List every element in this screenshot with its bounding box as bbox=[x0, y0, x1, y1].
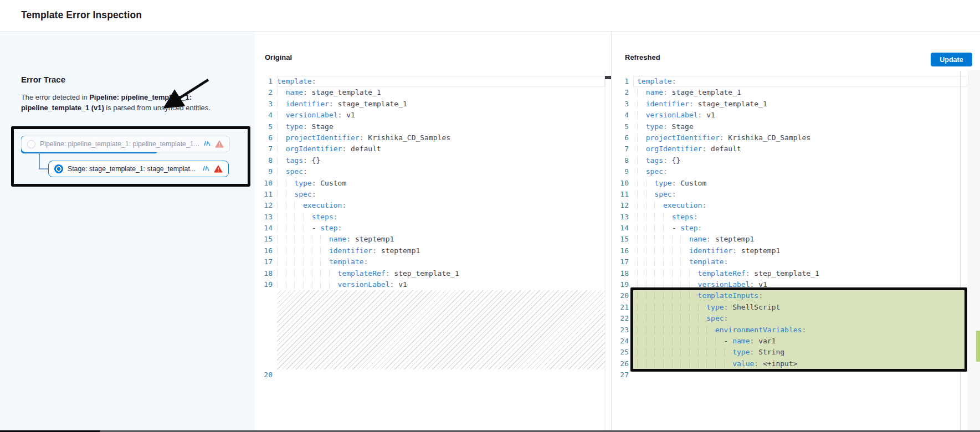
code-line: 20 bbox=[255, 369, 605, 380]
yaml-token: value bbox=[732, 359, 754, 368]
original-pane-title: Original bbox=[265, 53, 292, 61]
code-text[interactable]: name: stage_template_1 bbox=[277, 87, 605, 98]
code-text[interactable]: tags: {} bbox=[633, 155, 967, 166]
code-text[interactable]: projectIdentifier: Krishika_CD_Samples bbox=[633, 132, 967, 143]
yaml-token: versionLabel bbox=[338, 280, 390, 289]
indent-guides bbox=[277, 145, 286, 153]
yaml-token: : bbox=[802, 326, 806, 334]
yaml-token: Custom bbox=[316, 179, 346, 187]
code-text[interactable] bbox=[277, 369, 605, 380]
code-text[interactable]: spec: bbox=[633, 313, 967, 324]
code-text[interactable]: template: bbox=[633, 256, 967, 268]
code-text[interactable]: identifier: stage_template_1 bbox=[633, 99, 967, 110]
yaml-token: template bbox=[277, 77, 312, 85]
code-text[interactable]: value: <+input> bbox=[633, 358, 967, 369]
code-text[interactable]: versionLabel: v1 bbox=[633, 110, 967, 121]
code-text[interactable]: template: bbox=[277, 256, 605, 268]
yaml-token: : bbox=[663, 156, 668, 164]
code-line: 10 type: Custom bbox=[612, 178, 967, 189]
refreshed-pane-title: Refreshed bbox=[625, 53, 660, 61]
code-text[interactable]: - step: bbox=[633, 223, 967, 234]
indent-guides bbox=[637, 235, 689, 243]
yaml-token: step bbox=[320, 224, 337, 232]
code-text[interactable]: template: bbox=[633, 76, 967, 87]
yaml-token: type bbox=[706, 303, 724, 311]
yaml-token: default bbox=[346, 145, 381, 153]
code-text[interactable]: identifier: stage_template_1 bbox=[277, 99, 605, 110]
code-text[interactable]: steps: bbox=[277, 212, 605, 223]
line-number: 2 bbox=[612, 87, 633, 98]
indent-guides bbox=[277, 190, 294, 198]
error-description-prefix: The error detected in bbox=[21, 93, 89, 101]
yaml-token: stage_template_1 bbox=[668, 88, 741, 96]
code-line: 10 type: Custom bbox=[255, 178, 605, 189]
code-text[interactable]: name: stage_template_1 bbox=[633, 87, 967, 98]
code-text[interactable]: - step: bbox=[277, 223, 605, 234]
code-text[interactable]: execution: bbox=[277, 200, 605, 211]
code-text[interactable]: versionLabel: v1 bbox=[277, 279, 605, 290]
code-line: 15 name: steptemp1 bbox=[255, 234, 605, 245]
tree-item-pipeline[interactable]: Pipeline: pipeline_template_1: pipeline_… bbox=[21, 136, 230, 152]
yaml-token: steptemp1 bbox=[351, 235, 394, 243]
yaml-token: : bbox=[698, 224, 702, 232]
indent-guides bbox=[637, 303, 706, 311]
code-text[interactable]: name: steptemp1 bbox=[633, 234, 967, 245]
yaml-token: spec bbox=[654, 190, 671, 198]
code-text[interactable]: templateInputs: bbox=[633, 290, 967, 301]
code-text[interactable]: type: Stage bbox=[633, 121, 967, 132]
code-text[interactable]: templateRef: step_template_1 bbox=[633, 268, 967, 279]
code-text[interactable]: orgIdentifier: default bbox=[277, 143, 605, 155]
code-text[interactable]: steps: bbox=[633, 212, 967, 223]
update-button[interactable]: Update bbox=[931, 53, 972, 66]
code-text[interactable]: type: ShellScript bbox=[633, 302, 967, 313]
indent-guides bbox=[277, 201, 303, 209]
indent-guides bbox=[637, 314, 706, 322]
original-editor-scrollbar-thumb[interactable] bbox=[605, 76, 611, 79]
code-text[interactable]: orgIdentifier: default bbox=[633, 143, 967, 155]
refreshed-yaml-editor[interactable]: 1template:2 name: stage_template_13 iden… bbox=[612, 70, 967, 430]
indent-guides bbox=[277, 122, 286, 131]
code-line: 1template: bbox=[612, 76, 967, 87]
code-text[interactable]: type: String bbox=[633, 347, 967, 358]
radio-selected[interactable] bbox=[54, 164, 63, 173]
code-text[interactable]: type: Stage bbox=[277, 121, 605, 132]
diff-panes-divider[interactable] bbox=[611, 32, 612, 430]
code-text[interactable]: tags: {} bbox=[277, 155, 605, 166]
code-line: 7 orgIdentifier: default bbox=[612, 143, 967, 155]
original-yaml-editor[interactable]: 1template:2 name: stage_template_13 iden… bbox=[255, 70, 605, 430]
yaml-token: : bbox=[706, 235, 711, 243]
code-text[interactable]: spec: bbox=[277, 189, 605, 200]
code-text[interactable]: environmentVariables: bbox=[633, 325, 967, 336]
error-description: The error detected in Pipeline: pipeline… bbox=[21, 92, 216, 113]
line-number: 11 bbox=[255, 189, 277, 200]
indent-guides bbox=[277, 133, 286, 142]
code-text[interactable]: name: steptemp1 bbox=[277, 234, 605, 245]
code-text[interactable] bbox=[633, 369, 967, 380]
yaml-token: step_template_1 bbox=[750, 269, 819, 277]
yaml-token: orgIdentifier bbox=[646, 145, 702, 153]
code-text[interactable]: identifier: steptemp1 bbox=[633, 245, 967, 256]
yaml-token: type bbox=[646, 122, 663, 131]
code-text[interactable]: template: bbox=[277, 76, 605, 87]
code-text[interactable]: spec: bbox=[633, 166, 967, 177]
indent-guides bbox=[277, 213, 312, 221]
code-text[interactable]: execution: bbox=[633, 200, 967, 211]
tree-item-stage[interactable]: Stage: stage_template_1: stage_templat..… bbox=[48, 161, 229, 177]
line-number: 10 bbox=[612, 178, 633, 189]
template-icon bbox=[204, 141, 211, 148]
code-text[interactable]: type: Custom bbox=[633, 178, 967, 189]
code-text[interactable]: versionLabel: v1 bbox=[277, 110, 605, 121]
code-text[interactable]: projectIdentifier: Krishika_CD_Samples bbox=[277, 132, 605, 143]
code-text[interactable]: templateRef: step_template_1 bbox=[277, 268, 605, 279]
yaml-token: name bbox=[329, 235, 346, 243]
code-text[interactable]: type: Custom bbox=[277, 178, 605, 189]
code-text[interactable]: spec: bbox=[633, 189, 967, 200]
refreshed-editor-scrollbar-track[interactable] bbox=[968, 70, 980, 430]
line-number: 5 bbox=[255, 121, 277, 132]
code-text[interactable]: versionLabel: v1 bbox=[633, 279, 967, 290]
radio-unselected[interactable] bbox=[27, 140, 35, 148]
code-line: 11 spec: bbox=[255, 189, 605, 200]
code-text[interactable]: - name: var1 bbox=[633, 336, 967, 347]
code-text[interactable]: identifier: steptemp1 bbox=[277, 245, 605, 256]
code-text[interactable]: spec: bbox=[277, 166, 605, 177]
